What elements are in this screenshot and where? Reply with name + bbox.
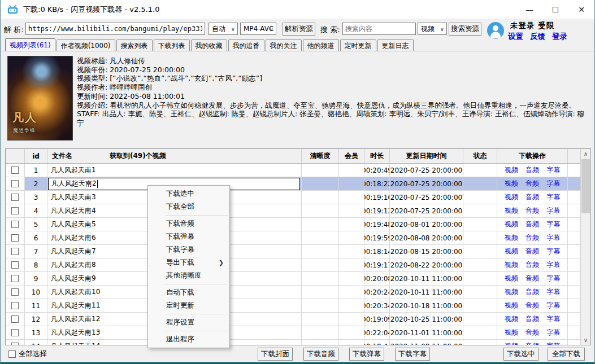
table-row[interactable]: 12 凡人风起天南12 00:19:09 2020-10-25 11:00:00… bbox=[6, 313, 590, 326]
op-subtitle-link[interactable]: 字幕 bbox=[546, 341, 560, 345]
mode-select[interactable]: 自动 ∨ bbox=[209, 23, 238, 35]
op-subtitle-link[interactable]: 字幕 bbox=[546, 301, 560, 310]
row-checkbox[interactable] bbox=[11, 234, 19, 242]
user-avatar-icon[interactable] bbox=[487, 22, 504, 39]
scroll-down-icon[interactable]: ∨ bbox=[581, 335, 590, 345]
download-danmu-button[interactable]: 下载弹幕 bbox=[349, 348, 384, 361]
header-duration[interactable]: 时长 bbox=[364, 149, 390, 163]
op-subtitle-link[interactable]: 字幕 bbox=[546, 314, 560, 324]
op-subtitle-link[interactable]: 字幕 bbox=[546, 247, 560, 256]
row-checkbox[interactable] bbox=[11, 302, 19, 309]
op-audio-link[interactable]: 音频 bbox=[525, 179, 539, 188]
row-checkbox[interactable] bbox=[11, 275, 19, 282]
table-row[interactable]: 4 凡人风起天南4 00:19:13 2020-07-25 20:00:00 视… bbox=[6, 204, 590, 218]
header-quality[interactable]: 清晰度 bbox=[302, 149, 339, 163]
table-row[interactable]: 8 凡人风起天南8 00:19:17 2020-08-22 20:00:00 视… bbox=[6, 258, 590, 272]
menu-download-subtitle[interactable]: 下载字幕 bbox=[148, 243, 229, 256]
tab-my-follows[interactable]: 我的关注 bbox=[266, 40, 302, 51]
header-date[interactable]: 更新日期时间 bbox=[390, 149, 463, 163]
row-checkbox[interactable] bbox=[11, 288, 19, 296]
table-row[interactable]: 14 凡人风起天南14 00:18:4 2020-11-08 11:00:00 … bbox=[6, 340, 590, 345]
op-subtitle-link[interactable]: 字幕 bbox=[546, 206, 560, 216]
settings-link[interactable]: 设置 bbox=[508, 32, 523, 42]
op-audio-link[interactable]: 音频 bbox=[525, 341, 539, 345]
header-ops[interactable]: 下载操作 bbox=[497, 149, 568, 163]
row-checkbox[interactable] bbox=[11, 221, 19, 228]
menu-auto-download[interactable]: 自动下载 bbox=[148, 286, 229, 299]
table-row[interactable]: 9 凡人风起天南9 00:20:08 2020-10-11 11:00:00 视… bbox=[6, 272, 590, 286]
vertical-scrollbar[interactable]: ∧ ∨ bbox=[580, 149, 590, 345]
op-subtitle-link[interactable]: 字幕 bbox=[546, 220, 560, 229]
op-subtitle-link[interactable]: 字幕 bbox=[546, 287, 560, 297]
op-video-link[interactable]: 视频 bbox=[505, 301, 518, 310]
op-subtitle-link[interactable]: 字幕 bbox=[546, 260, 560, 270]
tab-changelog[interactable]: 更新日志 bbox=[377, 40, 414, 51]
op-subtitle-link[interactable]: 字幕 bbox=[546, 179, 560, 188]
op-audio-link[interactable]: 音频 bbox=[525, 274, 539, 283]
op-audio-link[interactable]: 音频 bbox=[525, 165, 539, 175]
tab-my-bangumi[interactable]: 我的追番 bbox=[228, 40, 264, 51]
op-audio-link[interactable]: 音频 bbox=[525, 287, 539, 297]
op-video-link[interactable]: 视频 bbox=[505, 247, 518, 256]
format-select[interactable]: MP4-AVC ∨ bbox=[240, 23, 276, 35]
op-video-link[interactable]: 视频 bbox=[505, 274, 518, 283]
menu-program-settings[interactable]: 程序设置 bbox=[148, 316, 229, 329]
row-checkbox[interactable] bbox=[11, 315, 19, 323]
search-input[interactable] bbox=[342, 23, 416, 35]
op-audio-link[interactable]: 音频 bbox=[525, 328, 539, 337]
close-icon[interactable]: ✕ bbox=[568, 0, 594, 19]
op-audio-link[interactable]: 音频 bbox=[525, 192, 539, 202]
op-subtitle-link[interactable]: 字幕 bbox=[546, 233, 560, 243]
table-row[interactable]: 1 凡人风起天南1 00:20:49 2020-07-25 20:00:00 视… bbox=[6, 164, 590, 177]
menu-download-selected[interactable]: 下载选中 bbox=[148, 187, 229, 200]
url-input[interactable] bbox=[25, 23, 205, 35]
table-row[interactable]: 13 凡人风起天南13 00:22:04 2020-11-01 11:00:00… bbox=[6, 326, 590, 340]
op-video-link[interactable]: 视频 bbox=[505, 260, 518, 270]
tab-favorites[interactable]: 我的收藏 bbox=[191, 40, 227, 51]
op-audio-link[interactable]: 音频 bbox=[525, 206, 539, 216]
minimize-icon[interactable]: — bbox=[516, 0, 542, 19]
op-audio-link[interactable]: 音频 bbox=[525, 260, 539, 270]
login-link[interactable]: 登录 bbox=[552, 32, 567, 42]
op-video-link[interactable]: 视频 bbox=[505, 328, 518, 337]
row-checkbox[interactable] bbox=[11, 329, 19, 336]
op-audio-link[interactable]: 音频 bbox=[525, 233, 539, 243]
select-all-checkbox[interactable]: 全部选择 bbox=[8, 349, 47, 359]
table-row[interactable]: 10 凡人风起天南10 00:20:24 2020-10-11 11:00:00… bbox=[6, 286, 590, 299]
table-row[interactable]: 7 凡人风起天南7 00:18:14 2020-08-15 20:00:00 视… bbox=[6, 245, 590, 258]
search-resource-button[interactable]: 搜索资源 bbox=[449, 23, 481, 36]
op-video-link[interactable]: 视频 bbox=[505, 287, 518, 297]
download-selected-button[interactable]: 下载选中 bbox=[503, 348, 538, 361]
row-filename[interactable]: 凡人风起天南1 bbox=[47, 164, 302, 177]
table-row[interactable]: 5 凡人风起天南5 00:19:48 2020-08-01 20:00:00 视… bbox=[6, 218, 590, 231]
row-checkbox[interactable] bbox=[11, 194, 19, 201]
op-subtitle-link[interactable]: 字幕 bbox=[546, 274, 560, 283]
tab-search-list[interactable]: 搜索列表 bbox=[116, 40, 153, 51]
table-row[interactable]: 3 凡人风起天南3 00:19:16 2020-07-25 20:00:00 视… bbox=[6, 191, 590, 204]
row-checkbox[interactable] bbox=[11, 261, 19, 269]
tab-video-list[interactable]: 视频列表(61) bbox=[5, 38, 55, 51]
menu-export-download[interactable]: 导出下载 ❯ bbox=[148, 256, 229, 269]
op-subtitle-link[interactable]: 字幕 bbox=[546, 328, 560, 337]
row-checkbox[interactable] bbox=[11, 180, 19, 187]
row-checkbox[interactable] bbox=[11, 166, 19, 174]
op-video-link[interactable]: 视频 bbox=[505, 220, 518, 229]
search-type-select[interactable]: 视频 ∨ bbox=[418, 23, 447, 35]
menu-exit[interactable]: 退出程序 bbox=[148, 333, 229, 346]
menu-other-quality[interactable]: 其他清晰度 bbox=[148, 269, 229, 282]
op-video-link[interactable]: 视频 bbox=[505, 179, 518, 188]
op-audio-link[interactable]: 音频 bbox=[525, 247, 539, 256]
header-filename[interactable]: 文件名 获取到(49)个视频 bbox=[47, 149, 302, 163]
menu-download-audio[interactable]: 下载音频 bbox=[148, 217, 229, 230]
table-row[interactable]: 6 凡人风起天南6 00:19:59 2020-08-08 20:00:00 视… bbox=[6, 231, 590, 245]
op-subtitle-link[interactable]: 字幕 bbox=[546, 165, 560, 175]
tab-download-list[interactable]: 下载列表 bbox=[154, 40, 190, 51]
op-video-link[interactable]: 视频 bbox=[505, 341, 518, 345]
row-checkbox[interactable] bbox=[11, 248, 19, 255]
op-video-link[interactable]: 视频 bbox=[505, 192, 518, 202]
tab-author-videos[interactable]: 作者视频(1000) bbox=[57, 40, 115, 51]
download-audio-button[interactable]: 下载音频 bbox=[303, 348, 338, 361]
feedback-link[interactable]: 反馈 bbox=[530, 32, 545, 42]
scrollbar-thumb[interactable] bbox=[581, 159, 590, 213]
download-all-button[interactable]: 全部下载 bbox=[548, 348, 585, 361]
